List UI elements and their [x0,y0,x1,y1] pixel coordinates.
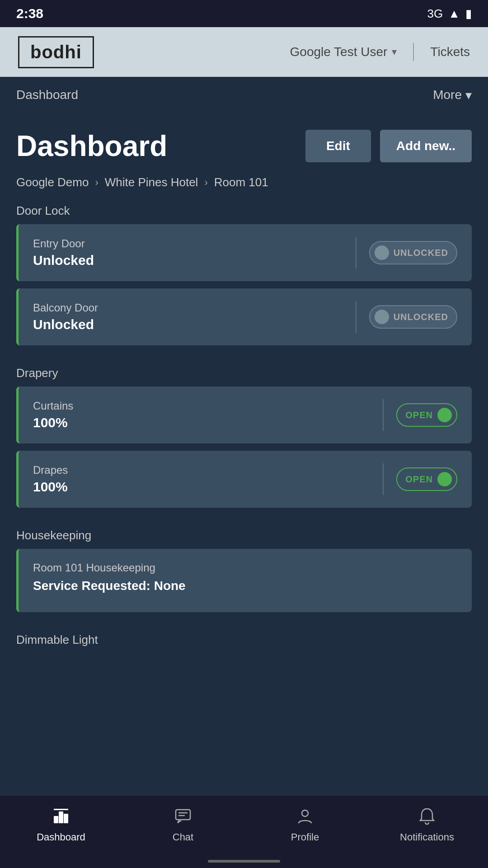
breadcrumb-part1[interactable]: Google Demo [16,175,89,189]
more-button[interactable]: More ▾ [433,88,472,103]
toggle-label: OPEN [405,410,433,420]
add-new-button[interactable]: Add new.. [380,130,472,162]
profile-icon [296,807,314,828]
toggle-label: UNLOCKED [394,312,448,322]
card-divider [383,463,384,495]
main-content: Dashboard Edit Add new.. Google Demo › W… [0,113,488,796]
breadcrumb-part3[interactable]: Room 101 [214,175,268,189]
curtains-label: Curtains [33,400,73,412]
section-spacer [16,353,472,366]
toggle-label: OPEN [405,474,433,485]
balcony-door-label: Balcony Door [33,302,98,314]
door-lock-section-label: Door Lock [16,204,472,218]
curtains-card: Curtains 100% OPEN [16,387,472,443]
balcony-door-value: Unlocked [33,317,98,332]
breadcrumb-arrow: › [204,177,207,189]
dimmable-light-section-label: Dimmable Light [16,633,472,656]
svg-rect-0 [54,816,58,823]
nav-notifications-label: Notifications [400,831,454,843]
status-icons: 3G ▲ ▮ [427,7,472,21]
nav-right: Google Test User ▾ Tickets [290,43,470,61]
entry-door-info: Entry Door Unlocked [33,237,94,268]
notifications-icon [418,807,436,828]
drapes-label: Drapes [33,464,68,476]
svg-rect-2 [64,814,68,823]
toggle-label: UNLOCKED [394,248,448,258]
breadcrumb-part2[interactable]: White Pines Hotel [105,175,198,189]
logo-text: bodhi [30,42,82,62]
tickets-button[interactable]: Tickets [430,45,470,59]
nav-profile[interactable]: Profile [244,796,366,854]
sub-nav: Dashboard More ▾ [0,77,488,113]
chat-icon [174,807,192,828]
logo[interactable]: bodhi [18,36,94,68]
nav-profile-label: Profile [291,831,319,843]
edit-button[interactable]: Edit [305,130,371,162]
page-title: Dashboard [16,129,167,163]
balcony-door-right: UNLOCKED [356,301,457,333]
home-indicator [208,860,280,863]
status-time: 2:38 [16,6,43,21]
signal-icon: ▲ [448,7,460,21]
curtains-value: 100% [33,415,73,430]
drapery-section-label: Drapery [16,366,472,380]
drapes-info: Drapes 100% [33,464,68,495]
svg-rect-3 [54,809,68,810]
card-divider [356,301,357,333]
svg-rect-4 [176,810,190,820]
nav-notifications[interactable]: Notifications [366,796,488,854]
nav-chat-label: Chat [173,831,193,843]
section-spacer [16,515,472,528]
user-dropdown[interactable]: Google Test User ▾ [290,45,397,59]
nav-divider [413,43,414,61]
housekeeping-card: Room 101 Housekeeping Service Requested:… [16,549,472,612]
drapes-toggle[interactable]: OPEN [396,467,457,491]
signal-text: 3G [427,7,443,21]
drapes-value: 100% [33,479,68,495]
entry-door-label: Entry Door [33,237,94,250]
toggle-circle [375,245,389,260]
toggle-circle [437,408,452,422]
header-buttons: Edit Add new.. [305,130,472,162]
housekeeping-item-name: Room 101 Housekeeping [33,561,457,574]
toggle-circle [375,310,389,324]
breadcrumb-arrow: › [95,177,98,189]
dashboard-icon [52,807,70,828]
breadcrumb: Google Demo › White Pines Hotel › Room 1… [16,175,472,189]
housekeeping-item-value: Service Requested: None [33,579,457,593]
balcony-door-toggle[interactable]: UNLOCKED [369,305,457,329]
card-divider [356,237,357,269]
bottom-nav: Dashboard Chat Profile Not [0,796,488,854]
housekeeping-section-label: Housekeeping [16,528,472,542]
drapes-right: OPEN [383,463,457,495]
nav-dashboard-label: Dashboard [37,831,85,843]
nav-dashboard[interactable]: Dashboard [0,796,122,854]
toggle-circle [437,472,452,486]
user-name: Google Test User [290,45,388,59]
svg-point-7 [302,810,308,816]
chevron-down-icon: ▾ [392,46,397,58]
nav-chat[interactable]: Chat [122,796,244,854]
home-bar-area [0,854,488,868]
curtains-toggle[interactable]: OPEN [396,403,457,427]
drapes-card: Drapes 100% OPEN [16,451,472,508]
entry-door-right: UNLOCKED [356,237,457,269]
card-divider [383,399,384,431]
balcony-door-info: Balcony Door Unlocked [33,302,98,332]
svg-rect-1 [59,811,63,823]
curtains-right: OPEN [383,399,457,431]
chevron-down-icon: ▾ [465,88,472,103]
top-nav: bodhi Google Test User ▾ Tickets [0,27,488,77]
sub-nav-title: Dashboard [16,88,78,102]
balcony-door-card: Balcony Door Unlocked UNLOCKED [16,288,472,345]
entry-door-value: Unlocked [33,253,94,268]
entry-door-card: Entry Door Unlocked UNLOCKED [16,224,472,281]
dashboard-header: Dashboard Edit Add new.. [16,129,472,163]
entry-door-toggle[interactable]: UNLOCKED [369,241,457,264]
status-bar: 2:38 3G ▲ ▮ [0,0,488,27]
battery-icon: ▮ [465,7,472,21]
section-spacer [16,619,472,633]
curtains-info: Curtains 100% [33,400,73,430]
